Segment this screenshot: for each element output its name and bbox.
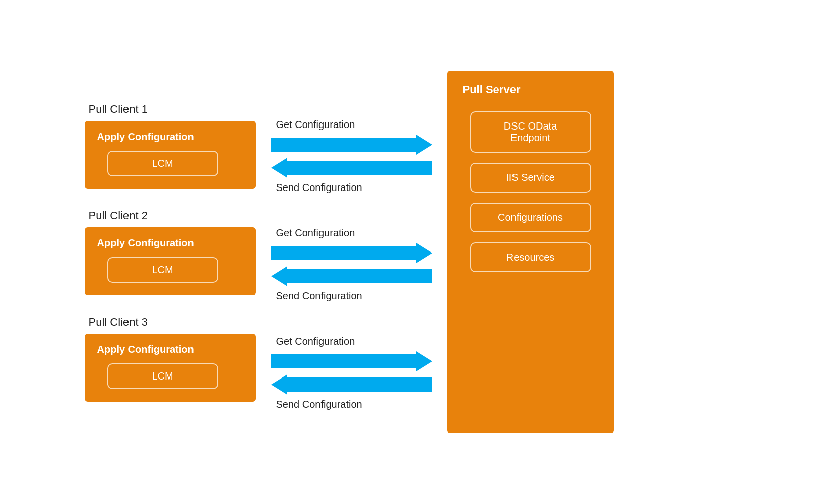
client-1-wrapper: Pull Client 1 Apply Configuration LCM: [85, 103, 256, 189]
client-3-box: Apply Configuration LCM: [85, 334, 256, 402]
client-2-wrapper: Pull Client 2 Apply Configuration LCM: [85, 209, 256, 295]
arrow-1-head-right: [416, 135, 432, 155]
clients-column: Pull Client 1 Apply Configuration LCM Pu…: [85, 103, 256, 402]
server-box: Pull Server DSC ODataEndpoint IIS Servic…: [447, 71, 614, 433]
arrow-2-head-right: [416, 243, 432, 263]
arrow-3-head-left: [271, 374, 287, 395]
arrow-1-head-left: [271, 158, 287, 178]
arrow-2-left: [271, 266, 432, 286]
arrow-1-right: [271, 135, 432, 155]
arrow-1-shaft-left: [287, 161, 432, 175]
client-1-apply-config: Apply Configuration: [97, 131, 194, 143]
server-item-iis: IIS Service: [470, 163, 591, 193]
client-1-lcm: LCM: [107, 151, 218, 176]
server-title: Pull Server: [463, 83, 521, 96]
server-item-resources: Resources: [470, 242, 591, 272]
server-item-configurations: Configurations: [470, 203, 591, 232]
arrow-3-shaft-left: [287, 377, 432, 392]
arrow-2-shaft-left: [287, 269, 432, 283]
client-3-apply-config: Apply Configuration: [97, 344, 194, 355]
client-3-lcm: LCM: [107, 363, 218, 389]
arrow-3-shaft-right: [271, 354, 416, 368]
arrow-1-top-label: Get Configuration: [271, 119, 355, 131]
server-wrapper: Pull Server DSC ODataEndpoint IIS Servic…: [447, 71, 614, 433]
client-2-box: Apply Configuration LCM: [85, 227, 256, 295]
client-1-box: Apply Configuration LCM: [85, 121, 256, 189]
arrow-group-3: Get Configuration Send Configuration: [271, 329, 432, 417]
arrow-3-right: [271, 351, 432, 371]
client-2-label: Pull Client 2: [85, 209, 148, 222]
client-2-apply-config: Apply Configuration: [97, 237, 194, 249]
arrow-2-head-left: [271, 266, 287, 286]
arrow-2-top-label: Get Configuration: [271, 227, 355, 239]
diagram: Pull Client 1 Apply Configuration LCM Pu…: [65, 60, 770, 444]
client-1-label: Pull Client 1: [85, 103, 148, 116]
client-3-wrapper: Pull Client 3 Apply Configuration LCM: [85, 316, 256, 402]
arrow-group-2: Get Configuration Send Configuration: [271, 221, 432, 309]
arrow-2-bottom-label: Send Configuration: [271, 290, 362, 302]
arrow-1-shaft-right: [271, 138, 416, 152]
arrow-1-left: [271, 158, 432, 178]
arrow-3-top-label: Get Configuration: [271, 336, 355, 347]
server-item-dsc: DSC ODataEndpoint: [470, 111, 591, 153]
arrow-3-bottom-label: Send Configuration: [271, 399, 362, 410]
arrow-2-shaft-right: [271, 246, 416, 260]
client-2-lcm: LCM: [107, 257, 218, 283]
arrow-group-1: Get Configuration Send Configuration: [271, 112, 432, 201]
arrow-3-head-right: [416, 351, 432, 371]
arrow-3-left: [271, 374, 432, 395]
client-3-label: Pull Client 3: [85, 316, 148, 329]
arrow-1-bottom-label: Send Configuration: [271, 182, 362, 194]
arrows-column: Get Configuration Send Configuration Get…: [271, 87, 432, 417]
arrow-2-right: [271, 243, 432, 263]
